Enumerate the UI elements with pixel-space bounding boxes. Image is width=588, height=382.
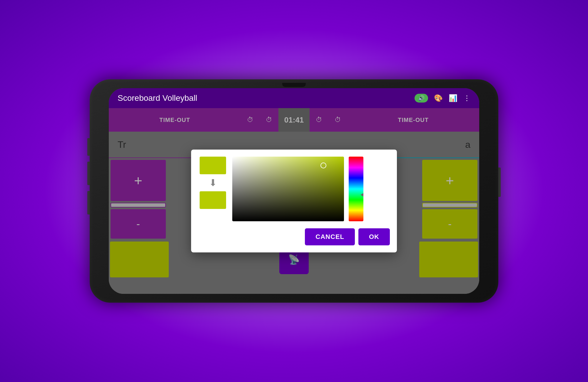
app-header: Scoreboard Volleyball 🔊 🎨 📊 ⋮: [109, 88, 479, 108]
hue-slider[interactable]: [349, 157, 363, 221]
cancel-button[interactable]: CANCEL: [305, 228, 355, 245]
camera-notch: [282, 83, 306, 87]
phone-screen: Scoreboard Volleyball 🔊 🎨 📊 ⋮ TIME-OUT ⏱…: [109, 88, 479, 294]
volume-down-button[interactable]: [87, 162, 90, 185]
more-icon[interactable]: ⋮: [463, 94, 470, 102]
power-button[interactable]: [498, 167, 501, 197]
ok-button[interactable]: OK: [358, 228, 390, 245]
color-picker-dialog: ⬇: [191, 150, 397, 252]
dialog-buttons: CANCEL OK: [198, 228, 390, 245]
color-previews: ⬇: [198, 157, 228, 209]
color-picker-body: ⬇: [198, 157, 390, 221]
chart-icon[interactable]: 📊: [449, 94, 457, 102]
camera-button[interactable]: [87, 191, 90, 215]
color-preview-new: [200, 191, 226, 209]
sound-toggle[interactable]: 🔊: [415, 94, 428, 103]
sound-icon: 🔊: [418, 95, 425, 101]
color-preview-old: [200, 157, 226, 174]
phone-device: Scoreboard Volleyball 🔊 🎨 📊 ⋮ TIME-OUT ⏱…: [90, 79, 498, 303]
scoreboard-area: TIME-OUT ⏱ ⏱ 01:41 ⏱ ⏱ TIME-OUT: [109, 108, 479, 294]
volume-up-button[interactable]: [87, 138, 90, 156]
hue-cursor: [360, 193, 363, 197]
header-icons: 🔊 🎨 📊 ⋮: [415, 94, 470, 103]
app-title: Scoreboard Volleyball: [118, 93, 415, 103]
dialog-overlay: ⬇: [109, 108, 479, 294]
gradient-bg: [232, 157, 344, 221]
color-gradient-picker[interactable]: [232, 157, 344, 221]
palette-icon[interactable]: 🎨: [434, 94, 443, 102]
arrow-down-icon: ⬇: [209, 177, 217, 188]
hue-gradient: [349, 157, 363, 221]
